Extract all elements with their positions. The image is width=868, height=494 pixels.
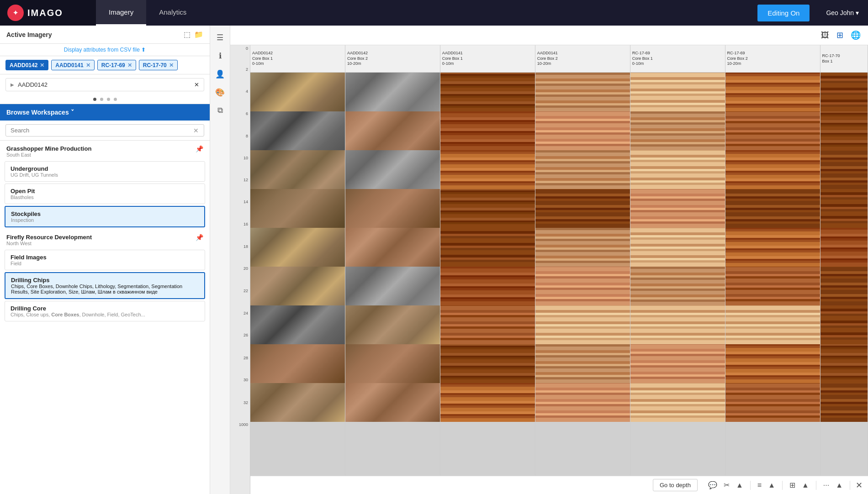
depth-18: 18 <box>243 244 248 249</box>
rock-seg <box>725 73 820 111</box>
col-header-3: AADD0141Core Box 10-10m <box>440 45 535 73</box>
rock-seg <box>535 228 630 267</box>
pin-icon-2[interactable]: 📌 <box>196 234 203 241</box>
chip-rc17-69[interactable]: RC-17-69 ✕ <box>97 60 136 70</box>
rock-seg <box>725 305 820 344</box>
depth-26: 26 <box>243 333 248 337</box>
rock-seg <box>630 150 725 189</box>
rock-seg <box>535 111 630 150</box>
workspace-item-field-images[interactable]: Field Images Field <box>5 250 205 270</box>
rock-seg <box>250 305 345 344</box>
up-arrow-3-icon[interactable]: ▲ <box>800 480 810 491</box>
csv-bar[interactable]: Display attributes from CSV file ⬆ <box>0 44 210 56</box>
nav-tab-analytics[interactable]: Analytics <box>146 0 199 26</box>
depth-20: 20 <box>243 266 248 271</box>
depth-4: 4 <box>246 89 248 94</box>
scissor-icon[interactable]: ✂ <box>722 479 731 491</box>
col-header-5: RC-17-69Core Box 10-10m <box>630 45 725 73</box>
rock-seg <box>345 383 440 422</box>
chip-rc17-70[interactable]: RC-17-70 ✕ <box>139 60 178 70</box>
up-arrow-4-icon[interactable]: ▲ <box>834 480 844 491</box>
logo-icon: ✦ <box>7 5 24 21</box>
separator-2 <box>782 481 783 490</box>
expanded-chip-close-icon[interactable]: ✕ <box>194 81 199 88</box>
chip-aadd0141[interactable]: AADD0141 ✕ <box>51 60 94 70</box>
browse-workspaces-header[interactable]: Browse Workspaces ˅ <box>0 104 210 121</box>
rock-seg <box>250 189 345 228</box>
nav-tab-imagery[interactable]: Imagery <box>96 0 146 26</box>
rock-seg <box>250 267 345 305</box>
image-view-icon[interactable]: 🖼 <box>819 29 831 42</box>
rock-seg <box>440 73 535 111</box>
expanded-chip[interactable]: ▶ AADD0142 ✕ <box>5 78 204 91</box>
rock-seg <box>535 344 630 383</box>
palette-icon[interactable]: 🎨 <box>212 84 228 100</box>
rock-seg <box>630 228 725 267</box>
rock-seg <box>440 267 535 305</box>
chip-close-icon[interactable]: ✕ <box>86 62 90 68</box>
rock-seg <box>725 189 820 228</box>
chip-aadd0142-active[interactable]: AADD0142 ✕ <box>5 60 48 70</box>
main-content: 🖼 ⊞ 🌐 0 2 4 6 8 10 12 14 16 18 20 22 24 … <box>230 26 868 494</box>
depth-ruler: 0 2 4 6 8 10 12 14 16 18 20 22 24 26 28 … <box>230 45 250 494</box>
save-icon[interactable]: ⬚ <box>184 30 191 39</box>
rock-seg <box>440 305 535 344</box>
chip-close-icon[interactable]: ✕ <box>127 62 132 68</box>
workspace-group-grasshopper: 📌 Grasshopper Mine Production South East <box>0 141 210 159</box>
group-title: Grasshopper Mine Production <box>6 145 203 152</box>
rock-seg <box>630 111 725 150</box>
rock-seg <box>820 305 868 344</box>
depth-12: 12 <box>243 178 248 182</box>
search-clear-icon[interactable]: ✕ <box>193 127 199 134</box>
pag-dot-4[interactable] <box>114 98 117 101</box>
folder-icon[interactable]: 📁 <box>194 30 203 39</box>
search-bar-row: ✕ <box>0 121 210 141</box>
depth-30: 30 <box>243 378 248 382</box>
workspace-item-stockpiles[interactable]: Stockpiles Inspection <box>5 206 205 227</box>
up-arrow-icon[interactable]: ▲ <box>735 480 745 491</box>
workspace-item-drilling-chips[interactable]: Drilling Chips Chips, Core Boxes, Downho… <box>5 272 205 299</box>
workspace-item-open-pit[interactable]: Open Pit Blastholes <box>5 184 205 204</box>
pag-dot-1[interactable] <box>93 98 96 101</box>
comment-icon[interactable]: 💬 <box>707 479 719 491</box>
main-layout: Active Imagery ⬚ 📁 Display attributes fr… <box>0 26 868 494</box>
rock-seg <box>250 344 345 383</box>
chip-close-icon[interactable]: ✕ <box>40 62 44 68</box>
more-icon[interactable]: ··· <box>822 480 831 491</box>
core-column-3: AADD0141Core Box 10-10m <box>440 45 535 494</box>
user-menu[interactable]: Geo John ▾ <box>817 9 868 16</box>
chip-close-icon[interactable]: ✕ <box>169 62 174 68</box>
grid-icon-bottom[interactable]: ⊞ <box>788 479 797 491</box>
browse-title: Browse Workspaces ˅ <box>6 109 74 116</box>
workspace-item-underground[interactable]: Underground UG Drift, UG Tunnels <box>5 161 205 182</box>
globe-view-icon[interactable]: 🌐 <box>849 28 863 42</box>
rock-seg <box>630 383 725 422</box>
rock-seg <box>820 228 868 267</box>
depth-6: 6 <box>246 111 248 116</box>
pag-dot-2[interactable] <box>100 98 103 101</box>
go-to-depth-button[interactable]: Go to depth <box>653 479 698 491</box>
layers-icon[interactable]: ⧉ <box>212 102 228 119</box>
rock-seg <box>250 383 345 422</box>
pin-icon[interactable]: 📌 <box>196 145 203 152</box>
grid-view-icon[interactable]: ⊞ <box>835 28 845 42</box>
close-icon-bottom[interactable]: ✕ <box>856 480 863 490</box>
person-icon[interactable]: 👤 <box>212 66 228 82</box>
rock-seg <box>250 111 345 150</box>
search-input[interactable] <box>5 124 204 137</box>
up-arrow-2-icon[interactable]: ▲ <box>767 480 777 491</box>
rock-seg <box>440 383 535 422</box>
core-column-7: RC-17-70Box 1 <box>820 45 868 494</box>
list-icon-bottom[interactable]: ≡ <box>756 480 763 491</box>
list-icon[interactable]: ☰ <box>212 29 228 46</box>
imagery-area: 0 2 4 6 8 10 12 14 16 18 20 22 24 26 28 … <box>230 45 868 494</box>
pag-dot-3[interactable] <box>107 98 110 101</box>
editing-on-button[interactable]: Editing On <box>757 5 810 21</box>
info-icon[interactable]: ℹ <box>212 47 228 64</box>
depth-1000: 1000 <box>239 422 248 427</box>
rock-seg <box>820 150 868 189</box>
workspace-item-drilling-core[interactable]: Drilling Core Chips, Close ups, Core Box… <box>5 301 205 321</box>
rock-seg <box>725 383 820 422</box>
rock-seg <box>440 189 535 228</box>
depth-14: 14 <box>243 200 248 204</box>
